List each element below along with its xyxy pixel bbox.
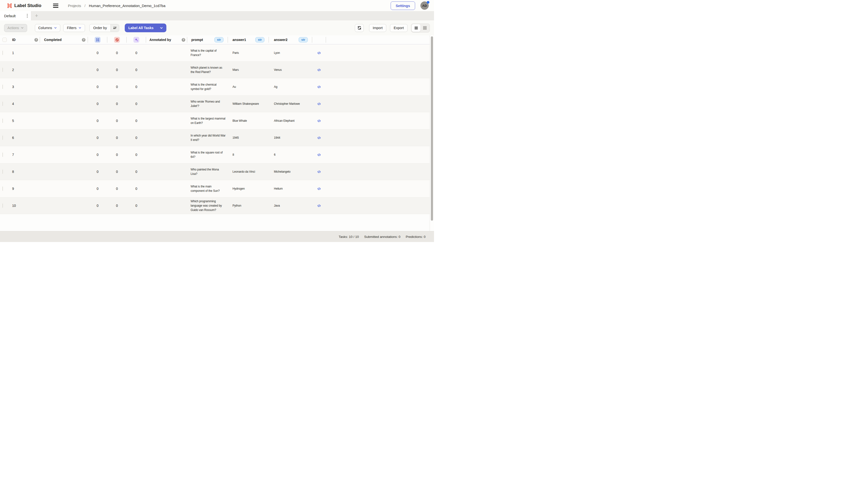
row-checkbox[interactable] [2,136,3,140]
annotations-count: 0 [88,51,107,55]
header-cancelled-count[interactable] [107,35,127,44]
row-checkbox[interactable] [2,152,3,157]
actions-dropdown-button[interactable]: Actions [4,24,27,32]
header-annotated-by[interactable]: Annotated by ? [146,35,187,44]
select-all-checkbox[interactable] [2,37,7,42]
annotations-count: 0 [88,153,107,156]
table-row[interactable]: 2 0 0 0 Which planet is known as the Red… [0,61,434,78]
header-id[interactable]: ID ? [10,35,40,44]
help-icon[interactable]: ? [182,38,185,42]
answer2-cell: Christopher Marlowe [269,102,312,106]
settings-button[interactable]: Settings [391,1,415,10]
cancelled-count: 0 [107,187,127,191]
answer2-cell: Michelangelo [269,170,312,174]
cancel-icon[interactable] [114,37,120,43]
filters-dropdown-button[interactable]: Filters [63,24,85,32]
refresh-button[interactable] [355,24,364,32]
breadcrumb-projects-link[interactable]: Projects [68,4,81,8]
table-header-row: ID ? Completed ? [0,35,434,45]
predictions-count: 0 [127,136,146,140]
scrollbar-thumb[interactable] [431,36,433,221]
task-id: 5 [10,119,40,123]
cancelled-count: 0 [107,51,127,55]
predictions-count: 0 [127,102,146,106]
code-icon [317,51,321,55]
label-studio-logo-icon [7,3,12,8]
add-view-tab-button[interactable]: + [31,11,42,20]
table-row[interactable]: 8 0 0 0 Who painted the Mona Lisa? Leona… [0,163,434,180]
grid-view-button[interactable] [421,24,429,32]
order-by-control[interactable]: Order by [89,24,119,32]
sparkles-icon[interactable] [133,37,139,43]
header-answer1[interactable]: answer1 str [228,35,269,44]
predictions-count: 0 [127,187,146,191]
row-checkbox[interactable] [2,170,3,174]
code-icon [317,170,321,174]
sort-direction-icon[interactable] [111,24,119,32]
vertical-scrollbar[interactable] [430,35,434,231]
table-row[interactable]: 6 0 0 0 In which year did World War II e… [0,129,434,146]
code-icon [317,102,321,106]
header-predictions-count[interactable] [127,35,146,44]
row-checkbox[interactable] [2,102,3,106]
view-source-button[interactable] [312,85,326,89]
prompt-cell: Which planet is known as the Red Planet? [187,65,228,74]
export-button[interactable]: Export [390,24,408,32]
import-button[interactable]: Import [369,24,386,32]
row-checkbox[interactable] [2,68,3,72]
bounding-box-icon[interactable] [95,37,100,43]
row-checkbox[interactable] [2,119,3,123]
breadcrumb-separator: / [85,4,86,8]
help-icon[interactable]: ? [82,38,86,42]
columns-dropdown-button[interactable]: Columns [35,24,60,32]
table-row[interactable]: 5 0 0 0 What is the largest mammal on Ea… [0,112,434,129]
tab-options-kebab-icon[interactable] [26,13,29,19]
header-annotations-count[interactable] [88,35,107,44]
view-source-button[interactable] [312,170,326,174]
label-all-tasks-button[interactable]: Label All Tasks [125,24,166,32]
table-body: 1 0 0 0 What is the capital of France? P… [0,45,434,214]
row-checkbox[interactable] [2,85,3,89]
header-answer2[interactable]: answer2 str [269,35,312,44]
header-completed[interactable]: Completed ? [40,35,88,44]
header-prompt[interactable]: prompt str [187,35,228,44]
code-icon [317,187,321,191]
code-icon [317,119,321,123]
predictions-count: 0 [127,68,146,72]
table-row[interactable]: 1 0 0 0 What is the capital of France? P… [0,45,434,61]
table-row[interactable]: 7 0 0 0 What is the square root of 64? 8… [0,146,434,163]
view-source-button[interactable] [312,136,326,140]
answer2-cell: Helium [269,187,312,191]
header-prompt-label: prompt [191,38,203,42]
view-source-button[interactable] [312,187,326,191]
header-select-all [0,35,10,44]
view-source-button[interactable] [312,153,326,157]
view-source-button[interactable] [312,51,326,55]
row-checkbox[interactable] [2,51,3,55]
top-bar: Label Studio Projects / Human_Preference… [0,0,434,11]
list-view-button[interactable] [412,24,421,32]
filters-label: Filters [67,26,76,30]
row-checkbox[interactable] [2,187,3,191]
table-row[interactable]: 3 0 0 0 What is the chemical symbol for … [0,78,434,95]
tab-default[interactable]: Default [0,11,31,20]
table-row[interactable]: 10 0 0 0 Which programming language was … [0,197,434,214]
prompt-cell: What is the square root of 64? [187,150,228,159]
table-row[interactable]: 9 0 0 0 What is the main component of th… [0,180,434,197]
row-checkbox[interactable] [2,203,3,208]
actions-label: Actions [7,26,19,30]
hamburger-menu-icon[interactable] [53,3,59,8]
answer1-cell: Blue Whale [228,119,269,123]
brand-logo[interactable]: Label Studio [7,3,41,8]
view-source-button[interactable] [312,68,326,72]
help-icon[interactable]: ? [34,38,38,42]
view-source-button[interactable] [312,119,326,123]
user-avatar[interactable]: AD [421,1,429,10]
tab-default-label: Default [4,14,16,18]
brand-name: Label Studio [14,3,41,8]
table-row[interactable]: 4 0 0 0 Who wrote 'Romeo and Juliet'? Wi… [0,95,434,112]
view-source-button[interactable] [312,102,326,106]
view-source-button[interactable] [312,204,326,208]
code-icon [317,68,321,72]
header-annotated-by-label: Annotated by [149,38,171,42]
